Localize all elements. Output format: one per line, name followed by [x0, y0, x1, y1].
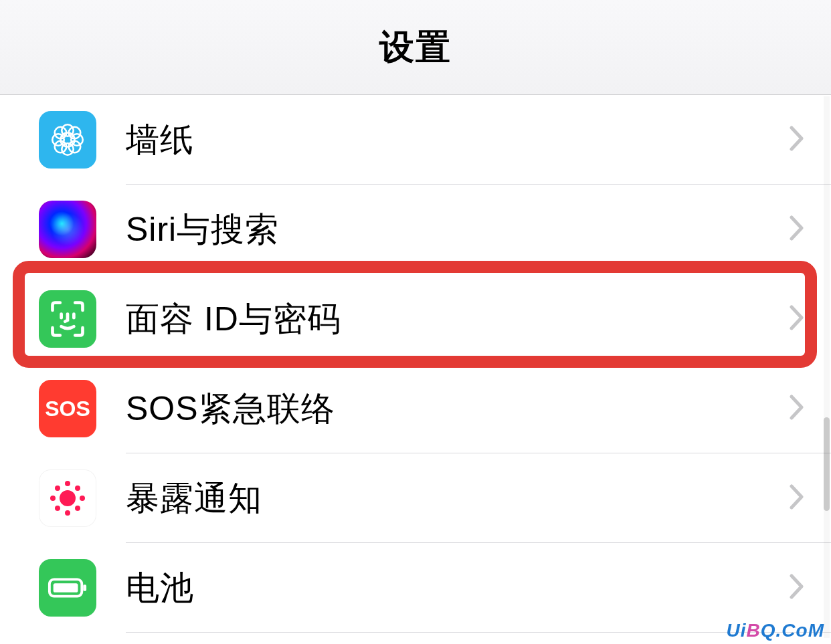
battery-icon	[39, 559, 96, 617]
chevron-right-icon	[790, 479, 804, 518]
chevron-right-icon	[790, 120, 804, 159]
page-title: 设置	[379, 24, 452, 71]
siri-icon	[39, 201, 96, 258]
faceid-icon	[39, 290, 96, 348]
svg-point-11	[60, 490, 76, 506]
settings-list: 墙纸 Siri与搜索	[0, 95, 831, 633]
svg-point-13	[65, 510, 70, 516]
svg-point-2	[62, 143, 74, 155]
row-divider	[126, 632, 831, 633]
svg-point-12	[65, 481, 70, 486]
chevron-right-icon	[790, 568, 804, 607]
settings-row-wallpaper[interactable]: 墙纸	[0, 95, 831, 185]
svg-point-18	[55, 506, 60, 511]
settings-row-label: 暴露通知	[126, 476, 790, 521]
chevron-right-icon	[790, 300, 804, 338]
settings-row-label: 墙纸	[126, 118, 790, 163]
svg-rect-21	[54, 583, 78, 593]
svg-point-1	[62, 124, 74, 136]
scrollbar-thumb[interactable]	[824, 417, 830, 511]
settings-row-sos[interactable]: SOS SOS紧急联络	[0, 364, 831, 453]
header: 设置	[0, 0, 831, 95]
svg-point-14	[50, 496, 56, 501]
settings-row-label: Siri与搜索	[126, 207, 790, 252]
scrollbar-track	[824, 96, 830, 638]
settings-row-label: 电池	[126, 566, 790, 611]
sos-icon: SOS	[39, 380, 96, 437]
svg-point-4	[71, 134, 83, 146]
settings-row-faceid[interactable]: 面容 ID与密码	[0, 274, 831, 364]
watermark: UiBQ.CoM	[727, 620, 824, 641]
svg-point-3	[52, 134, 64, 146]
svg-rect-22	[83, 584, 86, 591]
svg-point-15	[80, 496, 85, 501]
chevron-right-icon	[790, 389, 804, 428]
sos-icon-text: SOS	[45, 397, 90, 421]
svg-point-16	[55, 486, 60, 491]
chevron-right-icon	[790, 210, 804, 249]
exposure-icon	[39, 469, 96, 527]
settings-row-label: SOS紧急联络	[126, 387, 790, 431]
svg-point-19	[75, 506, 80, 511]
settings-row-exposure[interactable]: 暴露通知	[0, 453, 831, 543]
settings-row-siri[interactable]: Siri与搜索	[0, 185, 831, 274]
svg-point-17	[75, 486, 80, 491]
settings-row-label: 面容 ID与密码	[126, 297, 790, 342]
wallpaper-icon	[39, 111, 96, 169]
settings-row-battery[interactable]: 电池	[0, 543, 831, 633]
